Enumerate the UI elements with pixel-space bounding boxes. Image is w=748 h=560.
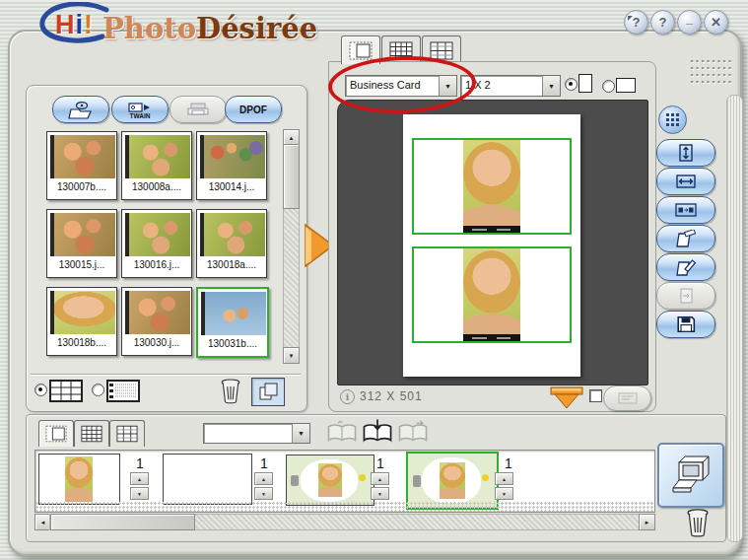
queue-tab-grid[interactable]	[74, 420, 109, 447]
print-button[interactable]	[657, 443, 724, 508]
photo-thumbnail[interactable]: 130030.j...	[121, 287, 192, 356]
stretch-vertical-button[interactable]	[656, 139, 715, 167]
rotate-disabled-button[interactable]	[656, 282, 715, 310]
photo-thumbnail[interactable]: 130015.j...	[46, 209, 117, 278]
help-button[interactable]: ?	[650, 10, 675, 35]
id-text-disabled-button[interactable]	[603, 385, 651, 411]
printer-3d-icon	[668, 455, 714, 496]
context-help-button[interactable]: ?	[624, 10, 648, 35]
scroll-up-icon: ▲	[289, 135, 295, 141]
vertical-scrollbar-thumb[interactable]	[283, 144, 300, 209]
spin-down-icon: ▼	[377, 491, 382, 497]
queue-item-count: 1	[256, 455, 272, 471]
floppy-disk-icon	[676, 315, 696, 333]
hiti-logo: Hi!	[55, 10, 94, 40]
tab-single-card-view[interactable]	[341, 35, 380, 64]
spin-down-button[interactable]: ▼	[254, 487, 273, 500]
copy-to-queue-button[interactable]	[251, 378, 285, 406]
grid-view-icon[interactable]	[49, 380, 83, 402]
photo-caption-strip	[463, 334, 520, 341]
expand-queue-button[interactable]	[548, 385, 585, 411]
remove-from-queue-button[interactable]	[685, 508, 711, 537]
load-album-button-disabled[interactable]	[326, 419, 358, 447]
spin-down-button[interactable]: ▼	[495, 487, 513, 500]
print-cell[interactable]	[412, 138, 572, 235]
logo-letter: !	[84, 10, 94, 39]
print-cell[interactable]	[412, 246, 572, 343]
queue-item-image	[65, 456, 93, 502]
queue-item[interactable]	[286, 455, 374, 506]
photo-filename: 130015.j...	[47, 259, 116, 270]
detail-view-radio[interactable]	[92, 384, 104, 396]
spin-down-icon: ▼	[502, 491, 507, 497]
delete-photo-button[interactable]	[220, 378, 241, 404]
spin-down-button[interactable]: ▼	[371, 487, 389, 500]
hscroll-right-button[interactable]: ►	[639, 514, 655, 530]
portrait-orientation-radio[interactable]	[565, 78, 578, 91]
queue-tab-single[interactable]	[38, 420, 74, 447]
photo-image	[125, 135, 190, 178]
page-grid-button[interactable]	[658, 105, 687, 134]
center-image-button[interactable]	[656, 196, 715, 224]
queue-tab-split[interactable]	[109, 420, 145, 447]
preview-page[interactable]	[403, 114, 580, 377]
stretch-horizontal-button[interactable]	[656, 168, 715, 195]
dropdown-arrow-icon: ▼	[444, 83, 451, 90]
queue-item-image	[318, 463, 343, 497]
dotted-texture	[35, 502, 654, 512]
photo-thumbnail[interactable]: 130014.j...	[196, 131, 267, 200]
layout-dropdown-button[interactable]: ▼	[542, 76, 560, 96]
album-select[interactable]: ▼	[203, 423, 310, 444]
queue-item[interactable]	[163, 454, 252, 505]
yellow-dot	[482, 474, 489, 481]
photo-image	[125, 213, 190, 256]
edit-image-button[interactable]	[656, 253, 715, 281]
close-button[interactable]: ✕	[704, 10, 728, 35]
option-checkbox[interactable]	[589, 389, 602, 402]
album-dropdown-button[interactable]: ▼	[292, 424, 309, 443]
dpof-button[interactable]: DPOF	[225, 96, 282, 123]
save-album-button[interactable]	[362, 419, 393, 447]
image-dimensions-status: 312 X 501	[360, 389, 423, 403]
print-disabled-button[interactable]	[170, 96, 227, 123]
scroll-down-icon: ▼	[289, 353, 295, 359]
paper-type-dropdown-button[interactable]: ▼	[439, 76, 456, 96]
pen-page-icon	[675, 258, 697, 276]
logo-letter: i	[76, 10, 85, 39]
photo-thumbnail[interactable]: 130018a....	[196, 209, 267, 278]
photo-thumbnail-selected[interactable]: 130031b....	[196, 287, 269, 358]
grid-view-radio[interactable]	[34, 384, 47, 396]
spin-down-button[interactable]: ▼	[130, 487, 149, 500]
export-album-button-disabled[interactable]	[397, 419, 429, 447]
landscape-orientation-radio[interactable]	[602, 80, 615, 93]
split-layout-icon	[430, 41, 453, 60]
queue-item[interactable]	[38, 454, 120, 505]
queue-item-count: 1	[132, 455, 148, 471]
browse-folder-button[interactable]	[52, 96, 109, 123]
photo-filename: 130018a....	[197, 259, 266, 270]
minimize-button[interactable]: _	[677, 10, 702, 35]
tab-grid-view[interactable]	[381, 35, 421, 64]
help-icon: ?	[659, 15, 667, 30]
photo-thumbnail[interactable]: 130018b....	[46, 287, 117, 356]
save-button[interactable]	[656, 311, 715, 338]
photo-thumbnail[interactable]: 130016.j...	[121, 209, 192, 278]
tab-split-view[interactable]	[422, 35, 461, 64]
photo-caption-strip	[463, 226, 520, 233]
spin-up-button[interactable]: ▲	[254, 472, 273, 485]
horizontal-scrollbar-thumb[interactable]	[50, 514, 195, 530]
layout-select[interactable]: 1 X 2 ▼	[460, 75, 561, 97]
spin-up-button[interactable]: ▲	[130, 472, 149, 485]
spin-up-button[interactable]: ▲	[495, 472, 513, 485]
detail-view-icon[interactable]	[106, 380, 140, 402]
copy-photo-icon	[258, 383, 279, 401]
photo-image	[201, 292, 266, 335]
photo-thumbnail[interactable]: 130008a....	[121, 131, 192, 200]
scroll-down-button[interactable]: ▼	[283, 347, 300, 364]
paper-type-select[interactable]: Business Card ▼	[345, 75, 457, 97]
clear-cell-button[interactable]	[656, 225, 715, 252]
spin-up-button[interactable]: ▲	[371, 472, 389, 485]
twain-acquire-button[interactable]: TWAIN	[111, 96, 169, 123]
photo-thumbnail[interactable]: 130007b....	[46, 131, 117, 200]
id-badge-icon	[618, 392, 638, 404]
